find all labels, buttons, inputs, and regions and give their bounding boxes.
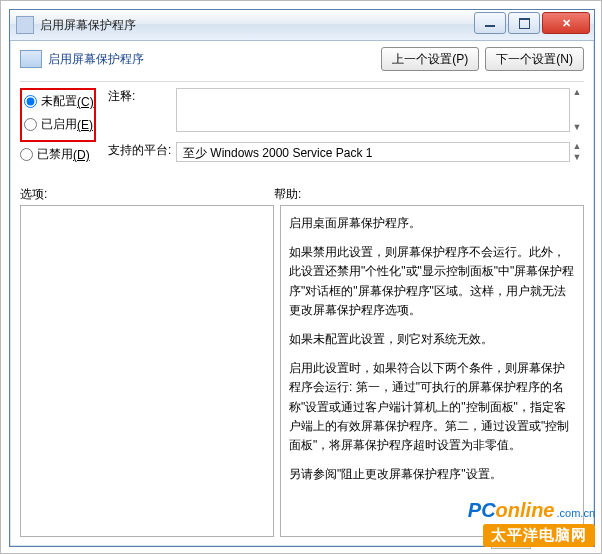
help-label: 帮助:	[274, 186, 301, 203]
radio-disabled[interactable]: 已禁用(D)	[20, 146, 108, 163]
dialog-window: 启用屏幕保护程序 启用屏幕保护程序 上一个设置(P) 下一个设置(N)	[9, 9, 595, 547]
help-text: 另请参阅"阻止更改屏幕保护程序"设置。	[289, 465, 575, 484]
policy-icon	[20, 50, 42, 68]
comment-field[interactable]	[176, 88, 570, 132]
radio-not-configured[interactable]: 未配置(C)	[24, 93, 92, 110]
comment-scroll[interactable]: ▲▼	[570, 88, 584, 132]
options-pane[interactable]	[20, 205, 274, 537]
radio-not-configured-input[interactable]	[24, 95, 37, 108]
app-icon	[16, 16, 34, 34]
up-caret-icon: ▲	[573, 88, 582, 97]
dialog-button[interactable]	[491, 531, 531, 549]
down-caret-icon: ▼	[573, 153, 582, 162]
minimize-button[interactable]	[474, 12, 506, 34]
radio-label: 未配置	[41, 93, 77, 110]
help-text: 如果未配置此设置，则它对系统无效。	[289, 330, 575, 349]
titlebar[interactable]: 启用屏幕保护程序	[10, 10, 594, 41]
comment-label: 注释:	[108, 88, 176, 105]
help-text: 如果禁用此设置，则屏幕保护程序不会运行。此外，此设置还禁用"个性化"或"显示控制…	[289, 243, 575, 320]
window-title: 启用屏幕保护程序	[40, 17, 136, 34]
radio-label: 已禁用	[37, 146, 73, 163]
dialog-button-strip	[491, 531, 531, 549]
platform-label: 支持的平台:	[108, 142, 176, 159]
help-text: 启用此设置时，如果符合以下两个条件，则屏幕保护程序会运行: 第一，通过"可执行的…	[289, 359, 575, 455]
options-label: 选项:	[20, 186, 274, 203]
up-caret-icon: ▲	[573, 142, 582, 151]
platform-scroll[interactable]: ▲▼	[570, 142, 584, 162]
help-text: 启用桌面屏幕保护程序。	[289, 214, 575, 233]
platform-field: 至少 Windows 2000 Service Pack 1	[176, 142, 570, 162]
radio-label: 已启用	[41, 116, 77, 133]
maximize-button[interactable]	[508, 12, 540, 34]
radio-enabled[interactable]: 已启用(E)	[24, 116, 92, 133]
prev-setting-button[interactable]: 上一个设置(P)	[381, 47, 479, 71]
help-pane[interactable]: 启用桌面屏幕保护程序。 如果禁用此设置，则屏幕保护程序不会运行。此外，此设置还禁…	[280, 205, 584, 537]
radio-enabled-input[interactable]	[24, 118, 37, 131]
down-caret-icon: ▼	[573, 123, 582, 132]
separator	[20, 81, 584, 82]
page-title: 启用屏幕保护程序	[48, 51, 144, 68]
next-setting-button[interactable]: 下一个设置(N)	[485, 47, 584, 71]
radio-disabled-input[interactable]	[20, 148, 33, 161]
close-button[interactable]	[542, 12, 590, 34]
highlight-box: 未配置(C) 已启用(E)	[20, 88, 96, 142]
